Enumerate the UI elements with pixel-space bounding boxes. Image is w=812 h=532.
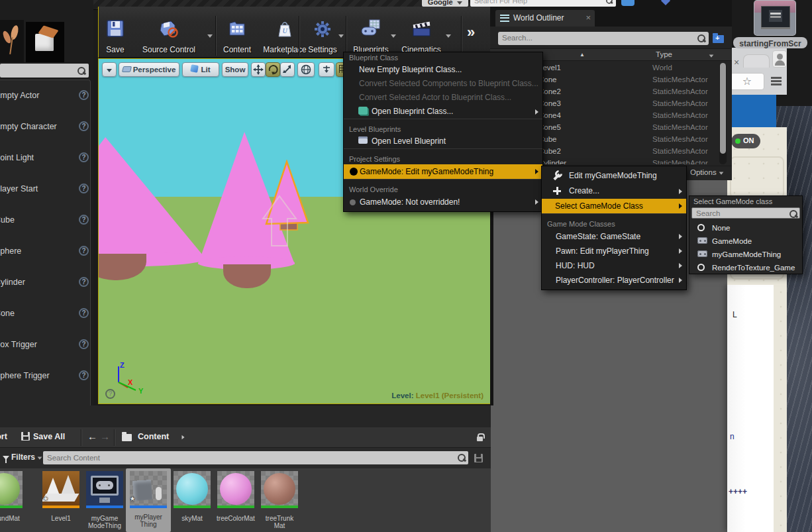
picker-option-none[interactable]: None [689, 221, 802, 235]
place-actor-empty-actor[interactable]: Empty Actor [0, 87, 91, 103]
picker-option-gamemode[interactable]: GameMode [689, 235, 802, 248]
content-button[interactable]: Content [219, 17, 255, 56]
help-chat-icon[interactable] [621, 0, 634, 6]
tab-close-icon[interactable]: × [734, 57, 739, 68]
submenu-item-pawn[interactable]: Pawn: Edit myPlayerThing [542, 244, 686, 258]
asset-tile-skymat[interactable]: skyMat [174, 471, 211, 531]
asset-tile-treetrunkmat[interactable]: treeTrunk Mat [261, 471, 298, 531]
forward-button[interactable]: → [100, 431, 110, 442]
submenu-item-gamestate[interactable]: GameState: GameState [542, 229, 686, 244]
menu-item-gamemode-override[interactable]: GameMode: Not overridden! [344, 195, 542, 209]
submenu-item-playercontroller[interactable]: PlayerController: PlayerController [542, 273, 686, 288]
asset-label: Level1 [42, 515, 79, 522]
picker-option-rendertotexture[interactable]: RenderToTexture_Game [689, 261, 802, 274]
blueprints-button[interactable]: Blueprints [350, 17, 392, 56]
chevron-down-icon[interactable] [391, 34, 396, 38]
settings-button[interactable]: Settings [303, 17, 342, 56]
import-button[interactable]: Import [0, 432, 7, 441]
outliner-search-field[interactable]: Search... [498, 32, 709, 45]
browser-menu-icon[interactable] [771, 77, 782, 79]
scale-tool-button[interactable] [280, 62, 295, 77]
picker-option-mygamemodething[interactable]: myGameModeThing [689, 248, 802, 261]
place-actor-player-start[interactable]: Player Start [0, 181, 91, 197]
help-search-field[interactable]: Search For Help [470, 0, 616, 7]
asset-tile-mygamemodething[interactable]: myGame ModeThing [86, 471, 123, 531]
asset-tile-treecolormat[interactable]: treeColorMat [217, 471, 254, 531]
help-icon[interactable] [79, 152, 89, 162]
picker-search-input[interactable] [691, 207, 800, 219]
world-local-toggle-button[interactable] [297, 62, 315, 77]
cinematics-button[interactable]: Cinematics [398, 17, 444, 56]
help-icon[interactable] [79, 184, 89, 193]
help-icon[interactable] [79, 90, 89, 100]
place-actor-cone[interactable]: Cone [0, 305, 91, 321]
help-search-engine-button[interactable]: Google [422, 0, 468, 7]
desktop-file-label[interactable]: startingFromScr [733, 37, 807, 48]
asset-tile-level1[interactable]: * Level1 [42, 471, 79, 531]
filters-button[interactable]: Filters [3, 452, 42, 462]
view-lit-button[interactable]: Lit [182, 62, 219, 77]
submenu-item-edit-gamemode[interactable]: Edit myGameModeThing [542, 168, 686, 184]
rotate-tool-button[interactable] [266, 62, 280, 77]
new-folder-icon[interactable] [713, 35, 724, 43]
save-search-icon[interactable] [474, 454, 483, 462]
place-actor-sphere[interactable]: Sphere [0, 243, 91, 259]
place-actor-cube[interactable]: Cube [0, 212, 91, 228]
breadcrumb-content[interactable]: Content [138, 432, 169, 441]
desktop-file-icon[interactable] [754, 0, 796, 36]
chevron-down-icon[interactable] [338, 34, 344, 38]
close-icon[interactable]: × [585, 13, 591, 23]
show-button[interactable]: Show [222, 62, 248, 77]
world-outliner-tab[interactable]: World Outliner × [495, 10, 595, 27]
viewport-help-icon[interactable] [105, 389, 115, 399]
asset-tile-groundmat[interactable]: groundMat [0, 471, 23, 531]
menu-item-open-level-blueprint[interactable]: Open Level Blueprint [344, 134, 542, 148]
help-icon[interactable] [79, 339, 89, 349]
viewport-options-button[interactable] [102, 62, 117, 77]
place-actor-point-light[interactable]: Point Light [0, 150, 91, 166]
options-button[interactable]: Options [690, 168, 724, 176]
scrollbar-thumb[interactable] [720, 63, 726, 154]
help-icon[interactable] [79, 215, 89, 225]
help-icon[interactable] [79, 308, 89, 318]
tab-place-actors-plants[interactable] [0, 20, 24, 62]
submenu-item-create[interactable]: Create... [542, 184, 686, 199]
browser-tab[interactable] [743, 54, 770, 68]
menu-item-open-blueprint-class[interactable]: Open Blueprint Class... [344, 105, 542, 119]
back-button[interactable]: ← [87, 431, 97, 442]
place-actor-empty-character[interactable]: Empty Character [0, 119, 91, 134]
asset-tile-myplayerthing-selected[interactable]: * myPlayer Thing [126, 468, 171, 532]
profile-button[interactable] [772, 50, 787, 68]
place-actor-sphere-trigger[interactable]: Sphere Trigger [0, 368, 91, 384]
chevron-down-icon[interactable] [207, 34, 213, 38]
help-icon[interactable] [79, 277, 89, 287]
help-icon[interactable] [79, 370, 89, 380]
outliner-scrollbar[interactable] [719, 63, 727, 164]
move-tool-button[interactable] [251, 62, 266, 77]
source-control-button[interactable]: Source Control [133, 17, 205, 56]
place-actor-cylinder[interactable]: Cylinder [0, 274, 91, 290]
bookmark-star-button[interactable]: ☆ [730, 73, 764, 90]
help-icon[interactable] [79, 246, 89, 256]
save-all-button[interactable]: Save All [21, 432, 65, 441]
content-search-input[interactable] [43, 451, 468, 464]
toolbar-overflow-button[interactable]: » [467, 24, 487, 41]
submenu-item-hud[interactable]: HUD: HUD [542, 258, 686, 273]
on-toggle[interactable]: ON [731, 134, 760, 148]
viewport-mode-button[interactable]: Perspective [119, 62, 179, 77]
place-actor-box-trigger[interactable]: Box Trigger [0, 337, 91, 352]
help-icon[interactable] [79, 121, 89, 131]
type-filter-icon[interactable] [709, 54, 714, 57]
submenu-item-select-gamemode-class[interactable]: Select GameMode Class [542, 199, 686, 213]
chevron-down-icon[interactable] [446, 34, 451, 38]
menu-item-new-empty-blueprint[interactable]: New Empty Blueprint Class... [344, 63, 542, 77]
actor-search-field[interactable] [0, 64, 89, 78]
lock-icon[interactable] [477, 437, 483, 441]
folder-icon [122, 434, 132, 441]
menu-item-gamemode-edit[interactable]: GameMode: Edit myGameModeThing [344, 164, 542, 179]
breadcrumb-arrow-icon[interactable] [182, 435, 185, 439]
save-button[interactable]: Save [100, 17, 130, 56]
tab-place-actors-basic[interactable] [26, 22, 64, 62]
snap-tool-button[interactable] [319, 62, 334, 77]
type-column-header[interactable]: Type [656, 50, 672, 58]
